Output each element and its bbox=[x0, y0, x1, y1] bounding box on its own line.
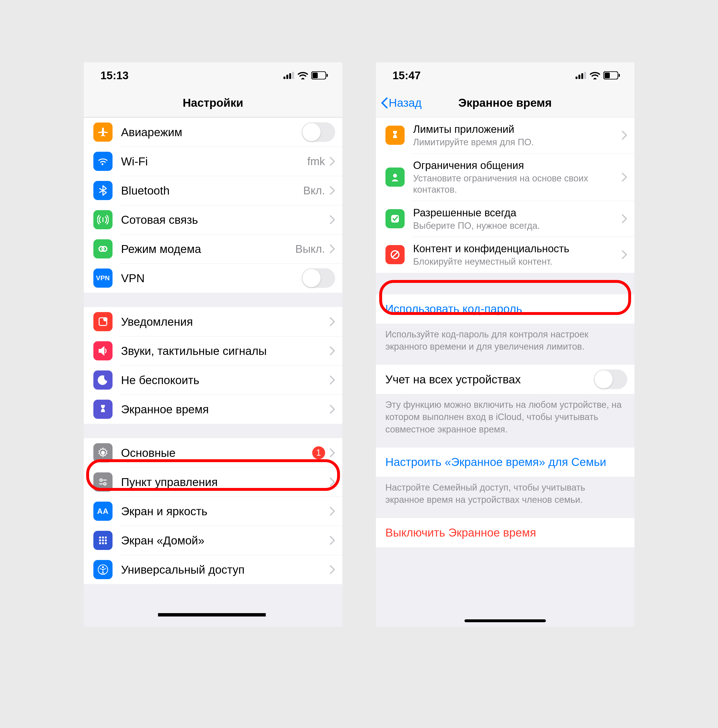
svg-rect-17 bbox=[99, 540, 101, 541]
svg-rect-28 bbox=[584, 72, 586, 79]
row-app-limits[interactable]: Лимиты приложений Лимитируйте время для … bbox=[376, 117, 634, 153]
row-sounds[interactable]: Звуки, тактильные сигналы bbox=[84, 336, 342, 366]
row-share-devices[interactable]: Учет на всех устройствах bbox=[376, 365, 634, 394]
status-time: 15:13 bbox=[101, 69, 129, 82]
footer-share: Эту функцию можно включить на любом устр… bbox=[376, 394, 634, 438]
home-screen-icon bbox=[93, 531, 113, 550]
row-accessibility[interactable]: Универсальный доступ bbox=[84, 555, 342, 584]
wifi-icon bbox=[589, 71, 600, 80]
sounds-icon bbox=[93, 341, 113, 360]
svg-rect-5 bbox=[312, 72, 318, 78]
row-wifi[interactable]: Wi-Fi fmk bbox=[84, 147, 342, 176]
chevron-icon bbox=[329, 506, 335, 516]
chevron-icon bbox=[329, 535, 335, 545]
row-dnd[interactable]: Не беспокоить bbox=[84, 366, 342, 395]
wifi-icon bbox=[297, 71, 308, 80]
chevron-icon bbox=[329, 244, 335, 254]
back-label: Назад bbox=[389, 96, 422, 109]
chevron-icon bbox=[329, 317, 335, 326]
passcode-group: Использовать код-пароль bbox=[376, 294, 634, 324]
footer-family: Настройте Семейный доступ, чтобы учитыва… bbox=[376, 477, 634, 509]
chevron-icon bbox=[329, 375, 335, 385]
accessibility-icon bbox=[93, 560, 113, 579]
home-indicator bbox=[464, 619, 546, 622]
hotspot-icon bbox=[93, 239, 113, 258]
svg-rect-21 bbox=[102, 542, 104, 544]
chevron-icon bbox=[329, 186, 335, 195]
row-general[interactable]: Основные 1 bbox=[84, 438, 342, 467]
label-control-center: Пункт управления bbox=[121, 476, 218, 489]
row-notifications[interactable]: Уведомления bbox=[84, 307, 342, 336]
chevron-icon bbox=[329, 156, 335, 166]
wifi-settings-icon bbox=[93, 152, 113, 171]
footer-passcode: Используйте код-пароль для контроля наст… bbox=[376, 324, 634, 355]
toggle-share-devices[interactable] bbox=[594, 370, 627, 389]
label-hotspot: Режим модема bbox=[121, 242, 201, 255]
toggle-vpn[interactable] bbox=[302, 268, 335, 288]
row-screentime[interactable]: Экранное время bbox=[84, 395, 342, 424]
row-control-center[interactable]: Пункт управления bbox=[84, 467, 342, 497]
svg-point-24 bbox=[102, 566, 104, 568]
chevron-icon bbox=[329, 448, 335, 457]
share-group: Учет на всех устройствах bbox=[376, 365, 634, 394]
svg-rect-2 bbox=[289, 73, 291, 79]
display-icon: AA bbox=[93, 502, 113, 521]
svg-rect-20 bbox=[99, 542, 101, 544]
page-title: Настройки bbox=[183, 96, 243, 109]
label-notifications: Уведомления bbox=[121, 315, 193, 328]
label-share-devices: Учет на всех устройствах bbox=[386, 373, 521, 386]
general-icon bbox=[93, 443, 113, 462]
always-allowed-icon bbox=[386, 209, 405, 228]
subtitle-app-limits: Лимитируйте время для ПО. bbox=[413, 137, 622, 148]
row-communication-limits[interactable]: Ограничения общения Установите ограничен… bbox=[376, 153, 634, 201]
row-family-setup[interactable]: Настроить «Экранное время» для Семьи bbox=[376, 448, 634, 477]
label-bluetooth: Bluetooth bbox=[121, 184, 170, 197]
communication-limits-icon bbox=[386, 168, 405, 187]
row-content-privacy[interactable]: Контент и конфиденциальность Блокируйте … bbox=[376, 237, 634, 273]
control-center-icon bbox=[93, 473, 113, 492]
row-turn-off[interactable]: Выключить Экранное время bbox=[376, 518, 634, 547]
label-display: Экран и яркость bbox=[121, 505, 208, 518]
link-family-setup: Настроить «Экранное время» для Семьи bbox=[386, 456, 606, 469]
svg-point-13 bbox=[104, 483, 106, 485]
row-always-allowed[interactable]: Разрешенные всегда Выберите ПО, нужное в… bbox=[376, 201, 634, 237]
chevron-icon bbox=[329, 215, 335, 225]
screentime-options-group: Лимиты приложений Лимитируйте время для … bbox=[376, 117, 634, 273]
row-bluetooth[interactable]: Bluetooth Вкл. bbox=[84, 176, 342, 205]
svg-point-12 bbox=[100, 479, 102, 481]
row-use-passcode[interactable]: Использовать код-пароль bbox=[376, 294, 634, 324]
value-bluetooth: Вкл. bbox=[303, 184, 325, 197]
svg-rect-15 bbox=[102, 537, 104, 538]
chevron-icon bbox=[622, 172, 627, 182]
row-hotspot[interactable]: Режим модема Выкл. bbox=[84, 234, 342, 263]
chevron-icon bbox=[622, 130, 627, 140]
screentime-icon bbox=[93, 400, 113, 419]
svg-rect-16 bbox=[105, 537, 107, 538]
nav-bar: Настройки bbox=[84, 89, 342, 117]
svg-rect-19 bbox=[105, 540, 107, 541]
toggle-airplane[interactable] bbox=[302, 122, 335, 142]
row-home-screen[interactable]: Экран «Домой» bbox=[84, 526, 342, 555]
subtitle-content-privacy: Блокируйте неуместный контент. bbox=[413, 256, 622, 268]
row-cellular[interactable]: Сотовая связь bbox=[84, 205, 342, 234]
status-bar: 15:13 bbox=[84, 62, 342, 89]
svg-rect-27 bbox=[581, 73, 583, 79]
svg-rect-3 bbox=[292, 72, 294, 79]
row-display[interactable]: AA Экран и яркость bbox=[84, 497, 342, 526]
row-vpn[interactable]: VPN VPN bbox=[84, 263, 342, 293]
chevron-icon bbox=[622, 250, 627, 259]
status-bar: 15:47 bbox=[376, 62, 634, 89]
back-button[interactable]: Назад bbox=[381, 96, 422, 109]
row-airplane[interactable]: Авиарежим bbox=[84, 118, 342, 147]
cellular-icon bbox=[283, 72, 294, 79]
battery-icon bbox=[311, 71, 328, 80]
link-use-passcode: Использовать код-пароль bbox=[386, 302, 522, 315]
badge-general: 1 bbox=[312, 446, 325, 459]
redaction bbox=[158, 613, 266, 616]
svg-rect-30 bbox=[605, 72, 610, 78]
link-turn-off: Выключить Экранное время bbox=[386, 526, 536, 539]
subtitle-always-allowed: Выберите ПО, нужное всегда. bbox=[413, 220, 622, 232]
chevron-icon bbox=[329, 346, 335, 356]
svg-rect-31 bbox=[618, 74, 620, 77]
label-general: Основные bbox=[121, 446, 176, 459]
